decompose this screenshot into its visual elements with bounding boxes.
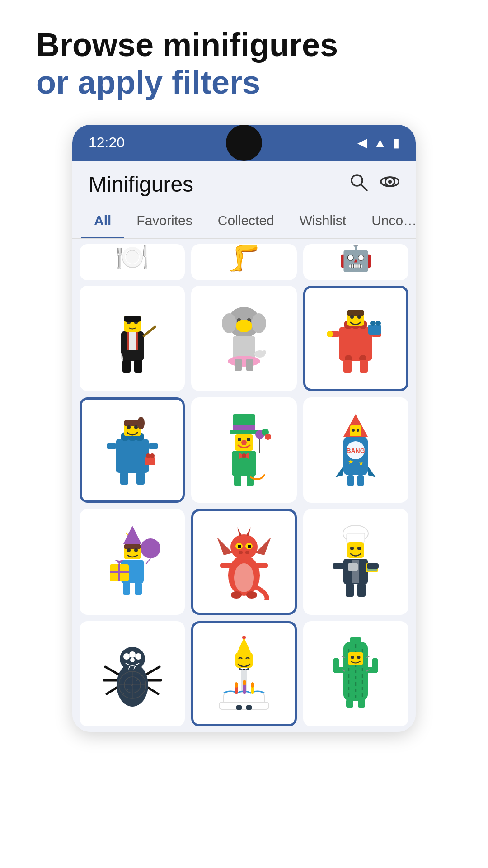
wifi-icon: ◀ <box>357 135 367 150</box>
list-item[interactable] <box>191 286 296 391</box>
list-item[interactable] <box>80 286 185 391</box>
hero-title: Browse minifigures <box>36 27 452 63</box>
tab-all[interactable]: All <box>81 204 124 239</box>
status-notch <box>226 125 262 161</box>
status-icons: ◀ ▲ ▮ <box>357 135 399 150</box>
battery-icon: ▮ <box>393 135 399 150</box>
svg-rect-26 <box>246 359 253 371</box>
search-icon[interactable] <box>349 172 368 196</box>
svg-point-128 <box>357 547 361 550</box>
svg-rect-13 <box>122 360 131 373</box>
svg-rect-102 <box>118 564 120 581</box>
svg-point-173 <box>251 682 254 688</box>
minifigures-grid: BANG ★ ★ <box>72 280 416 732</box>
signal-icon: ▲ <box>374 136 386 150</box>
svg-point-121 <box>246 591 257 599</box>
tab-favorites[interactable]: Favorites <box>124 204 205 239</box>
svg-rect-58 <box>145 457 155 465</box>
svg-point-119 <box>245 551 249 554</box>
svg-rect-78 <box>234 475 241 486</box>
svg-point-111 <box>230 534 258 560</box>
svg-line-106 <box>146 558 150 564</box>
list-item[interactable]: 🍽️ <box>80 244 185 280</box>
svg-point-154 <box>135 653 141 660</box>
status-bar: 12:20 ◀ ▲ ▮ <box>72 125 416 161</box>
partial-top-row: 🍽️ 🦵 🤖 <box>72 239 416 280</box>
tab-uncollected[interactable]: Unco… <box>359 204 416 239</box>
svg-marker-103 <box>115 560 119 564</box>
list-item[interactable]: 🤖 <box>303 244 408 280</box>
svg-point-190 <box>351 656 354 659</box>
svg-rect-57 <box>148 443 158 449</box>
list-item[interactable]: BANG ★ ★ <box>303 397 408 503</box>
svg-point-55 <box>134 425 138 429</box>
svg-rect-175 <box>246 705 252 710</box>
app-bar: Minifigures <box>72 161 416 204</box>
svg-point-44 <box>375 321 381 326</box>
svg-rect-6 <box>128 332 137 350</box>
svg-point-105 <box>141 538 160 558</box>
svg-point-191 <box>357 656 361 659</box>
svg-rect-12 <box>124 316 141 322</box>
svg-point-16 <box>110 350 123 367</box>
svg-marker-113 <box>246 527 251 536</box>
list-item[interactable] <box>303 509 408 614</box>
svg-point-117 <box>248 545 251 548</box>
svg-rect-107 <box>123 582 130 595</box>
list-item[interactable] <box>80 621 185 726</box>
svg-marker-90 <box>368 466 376 477</box>
app-title: Minifigures <box>89 172 193 197</box>
svg-rect-92 <box>357 475 364 486</box>
svg-point-28 <box>263 350 266 354</box>
svg-line-1 <box>361 184 367 190</box>
hero-section: Browse minifigures or apply filters <box>0 0 488 125</box>
svg-point-60 <box>150 453 155 458</box>
view-icon[interactable] <box>380 172 399 196</box>
svg-rect-25 <box>235 359 242 371</box>
svg-rect-29 <box>339 327 372 361</box>
svg-point-120 <box>231 591 242 599</box>
list-item[interactable] <box>303 286 408 391</box>
svg-point-69 <box>247 438 250 441</box>
list-item[interactable] <box>191 509 296 614</box>
svg-point-152 <box>123 653 130 660</box>
list-item[interactable] <box>191 397 296 503</box>
svg-text:★: ★ <box>348 458 354 465</box>
svg-point-3 <box>388 180 392 184</box>
svg-point-97 <box>127 548 131 552</box>
svg-point-19 <box>252 313 266 333</box>
svg-rect-134 <box>333 563 344 569</box>
list-item[interactable] <box>80 509 185 614</box>
svg-marker-93 <box>123 526 141 544</box>
status-time: 12:20 <box>89 134 125 151</box>
svg-point-18 <box>222 313 236 333</box>
svg-rect-192 <box>346 699 353 708</box>
svg-point-110 <box>234 563 254 592</box>
tab-wishlist[interactable]: Wishlist <box>287 204 359 239</box>
svg-rect-65 <box>233 425 255 430</box>
svg-point-53 <box>137 417 145 429</box>
tab-collected[interactable]: Collected <box>205 204 287 239</box>
svg-point-22 <box>236 320 252 332</box>
svg-point-172 <box>243 680 246 685</box>
svg-rect-86 <box>350 425 361 436</box>
svg-rect-193 <box>358 699 365 708</box>
list-item[interactable] <box>80 397 185 503</box>
svg-point-54 <box>127 425 131 429</box>
svg-rect-8 <box>136 332 138 350</box>
svg-rect-180 <box>372 658 378 673</box>
svg-rect-91 <box>347 475 354 486</box>
svg-text:★: ★ <box>359 460 364 467</box>
svg-rect-64 <box>230 430 258 434</box>
svg-rect-47 <box>116 439 149 473</box>
svg-rect-96 <box>124 544 141 549</box>
phone-shell: 12:20 ◀ ▲ ▮ Minifigures <box>72 125 416 732</box>
list-item[interactable] <box>191 621 296 726</box>
svg-point-98 <box>134 548 138 552</box>
list-item[interactable]: 🦵 <box>191 244 296 280</box>
svg-text:BANG: BANG <box>347 447 365 454</box>
list-item[interactable] <box>303 621 408 726</box>
svg-marker-158 <box>237 637 251 652</box>
svg-point-24 <box>228 356 260 367</box>
svg-marker-112 <box>237 527 242 536</box>
